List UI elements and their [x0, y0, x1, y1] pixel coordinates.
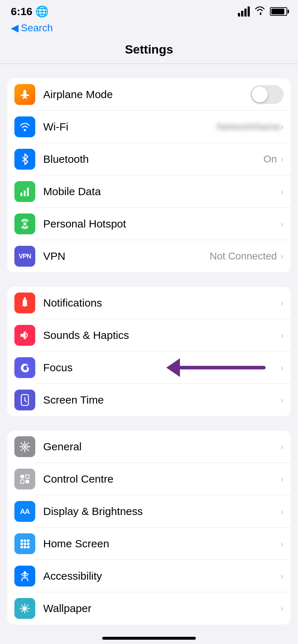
airplane-mode-row[interactable]: Airplane Mode: [7, 78, 291, 111]
vpn-label: VPN: [43, 250, 210, 262]
system-card: General › Control Centre › AA Display & …: [7, 431, 291, 625]
page-title: Settings: [0, 39, 298, 64]
focus-annotation-arrow: [166, 358, 266, 377]
control-centre-label: Control Centre: [43, 473, 280, 485]
status-icons: [238, 6, 287, 17]
notifications-icon: [14, 293, 35, 313]
mobile-data-label: Mobile Data: [43, 185, 280, 198]
display-brightness-label: Display & Brightness: [43, 505, 280, 518]
home-screen-icon: [14, 533, 35, 554]
sounds-haptics-icon: [14, 325, 35, 346]
wifi-value: NetworkName: [217, 121, 280, 133]
notifications-row[interactable]: Notifications ›: [7, 287, 291, 319]
svg-rect-17: [27, 539, 30, 542]
focus-row[interactable]: Focus ›: [7, 351, 291, 384]
svg-rect-22: [24, 546, 26, 548]
accessibility-chevron-icon: ›: [280, 571, 284, 582]
network-card: Airplane Mode Wi-Fi NetworkName ›: [7, 78, 291, 272]
vpn-value: Not Connected: [210, 250, 277, 262]
focus-chevron-icon: ›: [280, 362, 284, 373]
svg-point-4: [23, 222, 26, 225]
general-label: General: [43, 441, 280, 453]
bluetooth-row[interactable]: Bluetooth On ›: [7, 143, 291, 175]
notifications-card: Notifications › Sounds & Haptics › F: [7, 287, 291, 416]
sounds-haptics-row[interactable]: Sounds & Haptics ›: [7, 319, 291, 351]
wifi-label: Wi-Fi: [43, 121, 217, 133]
svg-rect-12: [26, 475, 29, 478]
home-screen-row[interactable]: Home Screen ›: [7, 528, 291, 560]
general-chevron-icon: ›: [280, 441, 284, 452]
mobile-data-icon: [14, 181, 35, 202]
wallpaper-chevron-icon: ›: [280, 603, 284, 614]
back-chevron-icon: ◀: [11, 22, 19, 34]
control-centre-row[interactable]: Control Centre ›: [7, 463, 291, 495]
sounds-haptics-label: Sounds & Haptics: [43, 329, 280, 341]
svg-rect-6: [21, 334, 23, 337]
wallpaper-row[interactable]: Wallpaper ›: [7, 592, 291, 625]
svg-point-5: [24, 297, 26, 299]
back-button[interactable]: ◀ Search: [0, 20, 298, 39]
svg-point-0: [24, 129, 26, 131]
general-icon: [14, 436, 35, 457]
focus-icon: [14, 357, 35, 378]
bluetooth-chevron-icon: ›: [280, 154, 284, 165]
personal-hotspot-icon: [14, 213, 35, 234]
battery-icon: [270, 7, 287, 16]
accessibility-row[interactable]: Accessibility ›: [7, 560, 291, 592]
screen-time-icon: [14, 390, 35, 410]
bluetooth-label: Bluetooth: [43, 153, 263, 165]
display-brightness-row[interactable]: AA Display & Brightness ›: [7, 495, 291, 528]
home-screen-chevron-icon: ›: [280, 538, 284, 549]
home-screen-label: Home Screen: [43, 538, 280, 550]
mobile-data-row[interactable]: Mobile Data ›: [7, 175, 291, 208]
general-row[interactable]: General ›: [7, 431, 291, 463]
control-centre-chevron-icon: ›: [280, 474, 284, 485]
vpn-chevron-icon: ›: [280, 251, 284, 262]
airplane-mode-label: Airplane Mode: [43, 88, 247, 101]
accessibility-label: Accessibility: [43, 570, 280, 582]
status-time-area: 6:16 🌐: [11, 5, 49, 18]
wallpaper-label: Wallpaper: [43, 602, 280, 615]
svg-rect-23: [27, 546, 30, 548]
signal-icon: [238, 6, 250, 17]
screen-time-row[interactable]: Screen Time ›: [7, 384, 291, 416]
vpn-row[interactable]: VPN VPN Not Connected ›: [7, 240, 291, 272]
svg-rect-1: [21, 193, 22, 196]
svg-rect-16: [24, 539, 26, 542]
bluetooth-icon: [14, 149, 35, 170]
svg-rect-3: [27, 188, 29, 196]
wallpaper-icon: [14, 598, 35, 619]
airplane-mode-icon: [14, 84, 35, 105]
personal-hotspot-chevron-icon: ›: [280, 218, 284, 230]
svg-rect-20: [27, 543, 30, 545]
svg-rect-2: [24, 190, 26, 196]
svg-rect-19: [24, 543, 26, 545]
home-indicator: [102, 637, 196, 640]
svg-rect-13: [21, 480, 24, 483]
screen-time-chevron-icon: ›: [280, 395, 284, 406]
notifications-label: Notifications: [43, 297, 280, 309]
network-group: Airplane Mode Wi-Fi NetworkName ›: [0, 64, 298, 272]
display-brightness-icon: AA: [14, 501, 35, 522]
wifi-icon: [14, 116, 35, 137]
back-label: Search: [21, 22, 53, 34]
svg-rect-15: [21, 539, 23, 542]
personal-hotspot-row[interactable]: Personal Hotspot ›: [7, 208, 291, 240]
wifi-chevron-icon: ›: [280, 121, 284, 133]
personal-hotspot-label: Personal Hotspot: [43, 218, 280, 230]
bluetooth-value: On: [263, 153, 277, 165]
notifications-group: Notifications › Sounds & Haptics › F: [0, 272, 298, 416]
svg-point-9: [24, 446, 26, 448]
display-brightness-chevron-icon: ›: [280, 506, 284, 517]
status-bar: 6:16 🌐: [0, 0, 298, 20]
airplane-mode-toggle[interactable]: [250, 85, 284, 104]
globe-icon: 🌐: [35, 5, 49, 18]
wifi-row[interactable]: Wi-Fi NetworkName ›: [7, 111, 291, 143]
screen-time-label: Screen Time: [43, 394, 280, 406]
svg-rect-14: [26, 480, 29, 483]
svg-rect-11: [21, 475, 24, 478]
svg-point-8: [24, 400, 26, 401]
svg-rect-21: [21, 546, 23, 548]
sounds-haptics-chevron-icon: ›: [280, 330, 284, 341]
time-label: 6:16: [11, 5, 32, 18]
